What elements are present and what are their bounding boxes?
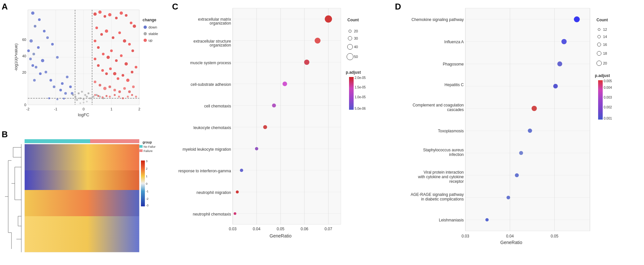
- svg-point-212: [234, 212, 236, 215]
- svg-point-117: [135, 96, 137, 98]
- panel-a: A: [0, 0, 170, 128]
- svg-point-116: [131, 94, 133, 96]
- svg-text:infection: infection: [449, 152, 464, 157]
- svg-point-226: [347, 53, 353, 60]
- svg-text:Failure: Failure: [144, 149, 153, 153]
- svg-text:16: 16: [603, 43, 607, 47]
- svg-rect-162: [25, 170, 139, 190]
- svg-point-87: [94, 58, 96, 60]
- svg-text:2: 2: [146, 167, 147, 170]
- svg-point-268: [532, 106, 537, 111]
- svg-text:leukocyte chemotaxis: leukocyte chemotaxis: [193, 125, 231, 130]
- svg-text:20: 20: [22, 70, 26, 74]
- svg-point-266: [557, 62, 562, 66]
- svg-text:0.003: 0.003: [604, 96, 612, 99]
- svg-point-28: [35, 66, 37, 68]
- svg-text:GeneRatio: GeneRatio: [270, 233, 292, 238]
- svg-text:2.0e-05: 2.0e-05: [355, 76, 366, 80]
- heatmap-plot: group No Failure Failure: [2, 134, 156, 262]
- svg-point-97: [135, 66, 137, 68]
- svg-text:Complement and coagulation: Complement and coagulation: [413, 103, 464, 107]
- svg-point-209: [255, 147, 258, 150]
- svg-point-37: [48, 97, 50, 99]
- svg-point-210: [240, 169, 243, 172]
- svg-text:-1: -1: [146, 190, 148, 193]
- svg-point-270: [519, 151, 523, 155]
- svg-text:20: 20: [603, 61, 607, 65]
- svg-point-113: [118, 96, 120, 98]
- svg-point-205: [304, 60, 309, 65]
- svg-text:response to interferon-gamma: response to interferon-gamma: [178, 169, 231, 173]
- svg-text:in diabetic complications: in diabetic complications: [421, 197, 464, 201]
- svg-rect-164: [25, 216, 139, 252]
- svg-text:20: 20: [354, 29, 358, 33]
- svg-point-111: [109, 96, 111, 98]
- svg-point-27: [49, 79, 52, 82]
- svg-rect-166: [141, 161, 145, 206]
- svg-point-287: [597, 61, 602, 66]
- svg-text:AGE-RAGE signaling pathway: AGE-RAGE signaling pathway: [411, 192, 464, 197]
- svg-text:60: 60: [22, 38, 26, 42]
- svg-point-30: [53, 85, 55, 88]
- svg-text:myeloid leukocyte migration: myeloid leukocyte migration: [183, 147, 231, 152]
- svg-point-74: [112, 36, 114, 39]
- svg-text:1.0e-05: 1.0e-05: [355, 95, 366, 99]
- svg-point-273: [485, 218, 489, 221]
- panel-c: C extracellular matrix or: [170, 0, 393, 265]
- svg-text:No Failure: No Failure: [144, 145, 156, 148]
- svg-text:0.03: 0.03: [229, 227, 237, 231]
- svg-point-115: [127, 96, 129, 98]
- svg-text:-3: -3: [146, 204, 148, 207]
- svg-text:3: 3: [146, 160, 147, 163]
- svg-point-208: [263, 125, 267, 129]
- svg-text:14: 14: [603, 35, 607, 39]
- svg-text:cell chemotaxis: cell chemotaxis: [204, 104, 231, 108]
- svg-point-69: [130, 22, 132, 24]
- svg-text:50: 50: [354, 55, 358, 59]
- svg-text:Count: Count: [596, 18, 608, 22]
- svg-text:0.07: 0.07: [324, 227, 332, 231]
- svg-point-51: [86, 96, 88, 98]
- svg-point-86: [125, 62, 128, 66]
- kegg-dotplot: Chemokine signaling pathway Influenza A …: [393, 5, 644, 260]
- svg-text:organization: organization: [210, 43, 231, 47]
- svg-point-206: [283, 82, 287, 86]
- svg-point-77: [128, 43, 131, 46]
- svg-point-93: [117, 77, 119, 80]
- svg-point-220: [349, 30, 351, 32]
- svg-point-61: [86, 101, 88, 103]
- svg-point-25: [41, 59, 44, 62]
- svg-text:organization: organization: [210, 21, 231, 26]
- svg-rect-143: [3, 144, 23, 252]
- svg-point-107: [94, 94, 96, 96]
- svg-point-67: [120, 11, 123, 15]
- svg-point-211: [236, 191, 239, 194]
- go-dotplot: extracellular matrix organization extrac…: [170, 5, 393, 260]
- svg-point-102: [113, 89, 116, 91]
- svg-point-90: [105, 72, 108, 75]
- svg-point-64: [104, 15, 106, 18]
- svg-point-45: [79, 97, 81, 99]
- svg-point-207: [272, 104, 276, 107]
- svg-point-75: [118, 31, 121, 34]
- svg-point-85: [120, 54, 123, 57]
- svg-text:0.05: 0.05: [551, 234, 558, 238]
- svg-point-20: [37, 46, 40, 49]
- svg-point-76: [123, 39, 126, 43]
- svg-text:12: 12: [603, 28, 607, 31]
- svg-point-59: [80, 103, 81, 104]
- svg-point-43: [33, 79, 36, 82]
- svg-rect-136: [25, 139, 90, 143]
- left-column: A: [0, 0, 170, 265]
- svg-point-82: [107, 56, 110, 59]
- svg-text:0.04: 0.04: [506, 234, 514, 238]
- svg-point-42: [31, 64, 34, 67]
- svg-text:Staphylococcus aureus: Staphylococcus aureus: [423, 148, 464, 152]
- svg-text:40: 40: [22, 54, 26, 58]
- svg-point-50: [81, 91, 83, 93]
- svg-rect-141: [139, 149, 143, 152]
- svg-text:1.5e-05: 1.5e-05: [355, 85, 366, 89]
- svg-point-54: [72, 94, 74, 96]
- svg-point-81: [102, 53, 105, 55]
- svg-text:1: 1: [110, 107, 112, 111]
